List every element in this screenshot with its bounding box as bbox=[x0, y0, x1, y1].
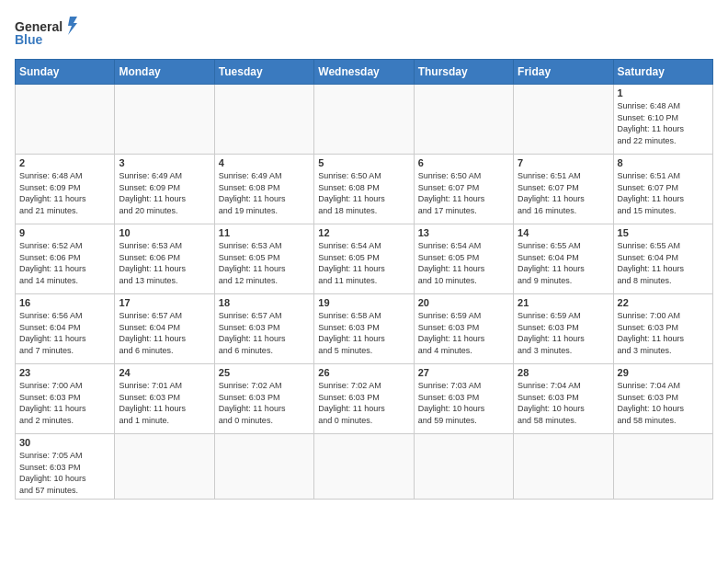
logo-svg: General Blue bbox=[15, 15, 79, 52]
calendar-day bbox=[613, 434, 712, 500]
svg-marker-2 bbox=[68, 17, 77, 35]
calendar-day: 26Sunrise: 7:02 AM Sunset: 6:03 PM Dayli… bbox=[314, 364, 414, 434]
calendar-day bbox=[314, 85, 414, 155]
day-info: Sunrise: 6:54 AM Sunset: 6:05 PM Dayligh… bbox=[318, 240, 409, 286]
day-info: Sunrise: 6:55 AM Sunset: 6:04 PM Dayligh… bbox=[518, 240, 609, 286]
weekday-header-sunday: Sunday bbox=[16, 60, 115, 85]
calendar-day bbox=[514, 85, 613, 155]
day-number: 7 bbox=[518, 157, 609, 168]
calendar-day: 15Sunrise: 6:55 AM Sunset: 6:04 PM Dayli… bbox=[613, 224, 712, 294]
calendar-day bbox=[514, 434, 613, 500]
calendar-day: 8Sunrise: 6:51 AM Sunset: 6:07 PM Daylig… bbox=[613, 155, 712, 224]
day-info: Sunrise: 6:59 AM Sunset: 6:03 PM Dayligh… bbox=[418, 310, 509, 356]
day-info: Sunrise: 7:04 AM Sunset: 6:03 PM Dayligh… bbox=[518, 380, 609, 426]
day-number: 25 bbox=[219, 367, 310, 378]
day-info: Sunrise: 6:59 AM Sunset: 6:03 PM Dayligh… bbox=[518, 310, 609, 356]
day-number: 22 bbox=[618, 297, 709, 308]
calendar-day: 1Sunrise: 6:48 AM Sunset: 6:10 PM Daylig… bbox=[613, 85, 712, 155]
day-number: 5 bbox=[318, 157, 409, 168]
day-info: Sunrise: 7:00 AM Sunset: 6:03 PM Dayligh… bbox=[618, 310, 709, 356]
day-info: Sunrise: 7:05 AM Sunset: 6:03 PM Dayligh… bbox=[19, 450, 110, 496]
day-info: Sunrise: 6:48 AM Sunset: 6:09 PM Dayligh… bbox=[19, 170, 110, 216]
day-info: Sunrise: 6:53 AM Sunset: 6:06 PM Dayligh… bbox=[119, 240, 210, 286]
day-number: 24 bbox=[119, 367, 210, 378]
calendar-day bbox=[414, 434, 513, 500]
calendar-day: 4Sunrise: 6:49 AM Sunset: 6:08 PM Daylig… bbox=[214, 155, 313, 224]
day-info: Sunrise: 6:48 AM Sunset: 6:10 PM Dayligh… bbox=[618, 100, 709, 146]
day-number: 10 bbox=[119, 227, 210, 238]
day-number: 19 bbox=[318, 297, 409, 308]
calendar-day bbox=[414, 85, 513, 155]
day-info: Sunrise: 7:01 AM Sunset: 6:03 PM Dayligh… bbox=[119, 380, 210, 426]
calendar-day: 16Sunrise: 6:56 AM Sunset: 6:04 PM Dayli… bbox=[16, 294, 115, 364]
day-number: 2 bbox=[19, 157, 110, 168]
day-number: 3 bbox=[119, 157, 210, 168]
calendar-table: SundayMondayTuesdayWednesdayThursdayFrid… bbox=[15, 59, 713, 500]
calendar-day: 2Sunrise: 6:48 AM Sunset: 6:09 PM Daylig… bbox=[16, 155, 115, 224]
day-info: Sunrise: 6:52 AM Sunset: 6:06 PM Dayligh… bbox=[19, 240, 110, 286]
page-header: General Blue bbox=[15, 15, 713, 52]
calendar-day: 13Sunrise: 6:54 AM Sunset: 6:05 PM Dayli… bbox=[414, 224, 513, 294]
day-number: 1 bbox=[618, 87, 709, 98]
calendar-day: 10Sunrise: 6:53 AM Sunset: 6:06 PM Dayli… bbox=[115, 224, 214, 294]
calendar-day: 17Sunrise: 6:57 AM Sunset: 6:04 PM Dayli… bbox=[115, 294, 214, 364]
day-number: 23 bbox=[19, 367, 110, 378]
calendar-day: 24Sunrise: 7:01 AM Sunset: 6:03 PM Dayli… bbox=[115, 364, 214, 434]
day-number: 4 bbox=[219, 157, 310, 168]
calendar-day: 3Sunrise: 6:49 AM Sunset: 6:09 PM Daylig… bbox=[115, 155, 214, 224]
calendar-day: 7Sunrise: 6:51 AM Sunset: 6:07 PM Daylig… bbox=[514, 155, 613, 224]
weekday-header-thursday: Thursday bbox=[414, 60, 513, 85]
day-info: Sunrise: 7:04 AM Sunset: 6:03 PM Dayligh… bbox=[618, 380, 709, 426]
calendar-day: 14Sunrise: 6:55 AM Sunset: 6:04 PM Dayli… bbox=[514, 224, 613, 294]
calendar-day: 28Sunrise: 7:04 AM Sunset: 6:03 PM Dayli… bbox=[514, 364, 613, 434]
weekday-header-monday: Monday bbox=[115, 60, 214, 85]
svg-text:Blue: Blue bbox=[15, 32, 43, 47]
calendar-day bbox=[214, 434, 313, 500]
day-info: Sunrise: 7:00 AM Sunset: 6:03 PM Dayligh… bbox=[19, 380, 110, 426]
calendar-day: 23Sunrise: 7:00 AM Sunset: 6:03 PM Dayli… bbox=[16, 364, 115, 434]
day-number: 11 bbox=[219, 227, 310, 238]
calendar-day bbox=[314, 434, 414, 500]
weekday-header-saturday: Saturday bbox=[613, 60, 712, 85]
calendar-day: 29Sunrise: 7:04 AM Sunset: 6:03 PM Dayli… bbox=[613, 364, 712, 434]
day-number: 27 bbox=[418, 367, 509, 378]
day-number: 6 bbox=[418, 157, 509, 168]
calendar-day bbox=[115, 434, 214, 500]
calendar-day bbox=[115, 85, 214, 155]
calendar-day: 18Sunrise: 6:57 AM Sunset: 6:03 PM Dayli… bbox=[214, 294, 313, 364]
day-info: Sunrise: 7:02 AM Sunset: 6:03 PM Dayligh… bbox=[318, 380, 409, 426]
day-number: 15 bbox=[618, 227, 709, 238]
calendar-day: 27Sunrise: 7:03 AM Sunset: 6:03 PM Dayli… bbox=[414, 364, 513, 434]
calendar-day: 22Sunrise: 7:00 AM Sunset: 6:03 PM Dayli… bbox=[613, 294, 712, 364]
day-number: 17 bbox=[119, 297, 210, 308]
day-info: Sunrise: 6:49 AM Sunset: 6:08 PM Dayligh… bbox=[219, 170, 310, 216]
day-info: Sunrise: 6:57 AM Sunset: 6:03 PM Dayligh… bbox=[219, 310, 310, 356]
weekday-header-friday: Friday bbox=[514, 60, 613, 85]
day-number: 21 bbox=[518, 297, 609, 308]
day-number: 9 bbox=[19, 227, 110, 238]
day-number: 13 bbox=[418, 227, 509, 238]
day-number: 28 bbox=[518, 367, 609, 378]
calendar-day: 30Sunrise: 7:05 AM Sunset: 6:03 PM Dayli… bbox=[16, 434, 115, 500]
calendar-day bbox=[214, 85, 313, 155]
day-info: Sunrise: 6:49 AM Sunset: 6:09 PM Dayligh… bbox=[119, 170, 210, 216]
day-number: 8 bbox=[618, 157, 709, 168]
day-info: Sunrise: 7:02 AM Sunset: 6:03 PM Dayligh… bbox=[219, 380, 310, 426]
day-number: 20 bbox=[418, 297, 509, 308]
weekday-header-tuesday: Tuesday bbox=[214, 60, 313, 85]
calendar-day bbox=[16, 85, 115, 155]
day-info: Sunrise: 6:57 AM Sunset: 6:04 PM Dayligh… bbox=[119, 310, 210, 356]
calendar-day: 5Sunrise: 6:50 AM Sunset: 6:08 PM Daylig… bbox=[314, 155, 414, 224]
calendar-day: 25Sunrise: 7:02 AM Sunset: 6:03 PM Dayli… bbox=[214, 364, 313, 434]
day-number: 18 bbox=[219, 297, 310, 308]
day-number: 29 bbox=[618, 367, 709, 378]
day-info: Sunrise: 6:51 AM Sunset: 6:07 PM Dayligh… bbox=[618, 170, 709, 216]
day-number: 26 bbox=[318, 367, 409, 378]
day-number: 12 bbox=[318, 227, 409, 238]
calendar-day: 6Sunrise: 6:50 AM Sunset: 6:07 PM Daylig… bbox=[414, 155, 513, 224]
calendar-day: 11Sunrise: 6:53 AM Sunset: 6:05 PM Dayli… bbox=[214, 224, 313, 294]
calendar-day: 12Sunrise: 6:54 AM Sunset: 6:05 PM Dayli… bbox=[314, 224, 414, 294]
calendar-day: 21Sunrise: 6:59 AM Sunset: 6:03 PM Dayli… bbox=[514, 294, 613, 364]
day-info: Sunrise: 6:53 AM Sunset: 6:05 PM Dayligh… bbox=[219, 240, 310, 286]
day-number: 30 bbox=[19, 437, 110, 448]
